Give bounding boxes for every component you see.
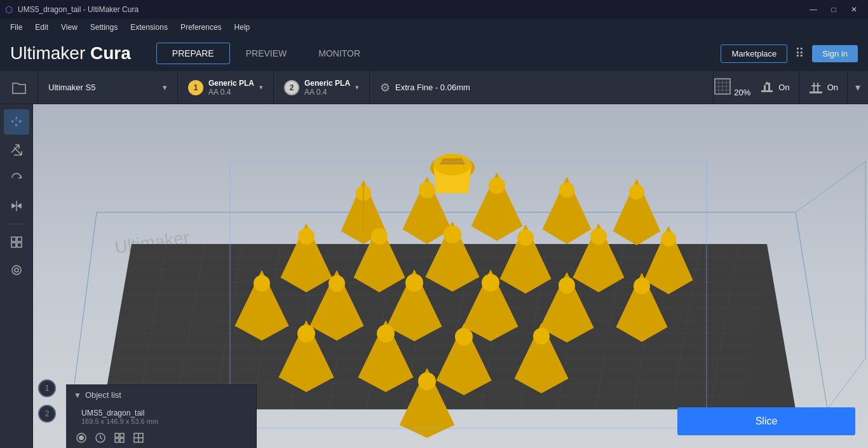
- svg-rect-138: [120, 433, 124, 437]
- svg-point-129: [533, 328, 550, 344]
- support-icon: [759, 80, 775, 95]
- tab-preview[interactable]: PREVIEW: [230, 43, 303, 64]
- svg-point-90: [444, 226, 461, 243]
- toolbar: Ultimaker S5 ▾ 1 Generic PLA AA 0.4 ▾ 2 …: [0, 71, 868, 104]
- menu-extensions[interactable]: Extensions: [125, 22, 173, 33]
- signin-button[interactable]: Sign in: [812, 45, 858, 62]
- svg-point-72: [419, 182, 435, 198]
- extruder1-selector[interactable]: 1 Generic PLA AA 0.4 ▾: [178, 71, 274, 104]
- svg-point-22: [12, 266, 21, 275]
- svg-rect-12: [811, 85, 820, 86]
- menu-settings[interactable]: Settings: [85, 22, 123, 33]
- maximize-button[interactable]: □: [825, 3, 843, 16]
- svg-point-75: [489, 177, 505, 194]
- svg-rect-7: [761, 90, 773, 92]
- object-icon-2[interactable]: [93, 430, 108, 445]
- svg-rect-18: [11, 237, 16, 241]
- menu-edit[interactable]: Edit: [30, 22, 53, 33]
- svg-point-117: [634, 278, 650, 294]
- extruder2-info: Generic PLA AA 0.4: [304, 79, 350, 97]
- marketplace-button[interactable]: Marketplace: [721, 44, 787, 63]
- svg-marker-16: [12, 204, 15, 208]
- menu-help[interactable]: Help: [229, 22, 255, 33]
- extruder2-selector[interactable]: 2 Generic PLA AA 0.4 ▾: [274, 71, 370, 104]
- menu-preferences[interactable]: Preferences: [175, 22, 227, 33]
- svg-point-108: [405, 274, 423, 292]
- svg-point-114: [559, 277, 575, 294]
- object-icon-1[interactable]: [74, 430, 89, 445]
- printer-dropdown-icon: ▾: [163, 83, 167, 92]
- left-sidebar: [0, 104, 33, 448]
- object-item: UMS5_dragon_tail 169.5 x 146.9 x 53.6 mm: [66, 405, 256, 428]
- svg-point-102: [254, 275, 270, 292]
- svg-point-111: [482, 274, 499, 292]
- extruder1-number: 1: [188, 80, 203, 95]
- close-button[interactable]: ✕: [845, 3, 863, 16]
- toolbar-expand-button[interactable]: ▾: [848, 71, 868, 104]
- collapse-arrow-icon: ▼: [74, 391, 81, 400]
- svg-rect-8: [764, 85, 766, 90]
- app-icon: ⬡: [5, 4, 13, 15]
- tab-prepare[interactable]: PREPARE: [156, 43, 230, 64]
- support-toggle[interactable]: On: [750, 71, 799, 104]
- extruder1-info: Generic PLA AA 0.4: [208, 79, 254, 97]
- svg-point-105: [329, 275, 345, 292]
- menu-file[interactable]: File: [5, 22, 27, 33]
- header-right: Marketplace ⠿ Sign in: [721, 44, 858, 63]
- open-file-button[interactable]: [0, 71, 38, 104]
- object-icon-3[interactable]: [112, 430, 127, 445]
- svg-rect-20: [11, 243, 16, 247]
- window-title: UMS5_dragon_tail - UltiMaker Cura: [18, 5, 139, 14]
- menu-view[interactable]: View: [56, 22, 83, 33]
- svg-point-81: [629, 184, 644, 200]
- printer-name: Ultimaker S5: [48, 83, 95, 92]
- tool-arrange[interactable]: [4, 229, 29, 255]
- object-action-icons: [66, 428, 256, 448]
- minimize-button[interactable]: —: [804, 3, 822, 16]
- infill-selector[interactable]: 20%: [714, 78, 750, 98]
- stage-number-2: 2: [38, 405, 56, 423]
- titlebar-controls: — □ ✕: [804, 3, 863, 16]
- object-list-title: Object list: [85, 390, 121, 400]
- object-list-header[interactable]: ▼ Object list: [66, 385, 256, 405]
- support-label: On: [778, 83, 789, 92]
- svg-point-99: [661, 231, 676, 247]
- bottom-panel: ▼ Object list UMS5_dragon_tail 169.5 x 1…: [66, 384, 257, 448]
- svg-rect-13: [813, 83, 815, 92]
- svg-point-84: [298, 228, 315, 245]
- svg-point-123: [377, 325, 395, 343]
- adhesion-label: On: [827, 83, 838, 92]
- tab-monitor[interactable]: MONITOR: [302, 43, 376, 64]
- svg-rect-21: [17, 243, 22, 247]
- tool-rotate[interactable]: [4, 165, 29, 191]
- logo: Ultimaker Cura: [10, 43, 131, 64]
- svg-rect-14: [817, 83, 818, 92]
- tool-support[interactable]: [4, 257, 29, 283]
- printer-selector[interactable]: Ultimaker S5 ▾: [38, 71, 178, 104]
- logo-text: Ultimaker Cura: [10, 43, 131, 64]
- quality-settings-selector[interactable]: ⚙ Extra Fine - 0.06mm: [370, 71, 714, 104]
- adhesion-icon: [808, 80, 824, 95]
- svg-rect-11: [810, 92, 822, 93]
- svg-point-93: [517, 229, 534, 246]
- extruder2-dropdown-icon: ▾: [355, 83, 359, 92]
- svg-point-126: [455, 328, 473, 346]
- svg-rect-137: [115, 433, 119, 437]
- grid-icon[interactable]: ⠿: [795, 46, 804, 61]
- svg-rect-19: [17, 237, 22, 241]
- stage-number-1: 1: [38, 379, 56, 397]
- object-icon-4[interactable]: [131, 430, 146, 445]
- svg-point-87: [371, 228, 388, 245]
- menubar: File Edit View Settings Extensions Prefe…: [0, 19, 868, 36]
- adhesion-toggle[interactable]: On: [799, 71, 848, 104]
- titlebar-left: ⬡ UMS5_dragon_tail - UltiMaker Cura: [5, 4, 139, 15]
- tool-mirror[interactable]: [4, 193, 29, 219]
- nav-tabs: PREPARE PREVIEW MONITOR: [156, 43, 376, 64]
- tool-move[interactable]: [4, 109, 29, 135]
- svg-rect-140: [120, 438, 124, 442]
- slice-button[interactable]: Slice: [677, 407, 855, 435]
- 3d-viewport[interactable]: Ultimaker: [33, 104, 868, 448]
- quality-label: Extra Fine - 0.06mm: [395, 83, 470, 92]
- settings-icon: ⚙: [380, 81, 390, 95]
- tool-scale[interactable]: [4, 137, 29, 163]
